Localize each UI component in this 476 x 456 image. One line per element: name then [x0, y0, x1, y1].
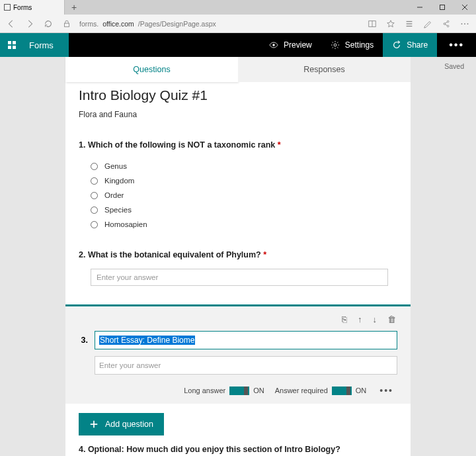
- webnote-icon[interactable]: [419, 16, 436, 32]
- eye-icon: [269, 40, 278, 50]
- long-answer-label: Long answer: [184, 387, 225, 394]
- option[interactable]: Homosapien: [79, 217, 397, 232]
- browser-more-icon[interactable]: ···: [456, 16, 473, 32]
- back-button[interactable]: [3, 16, 20, 32]
- question-1: 1. Which of the following is NOT a taxon…: [79, 140, 397, 232]
- svg-rect-15: [8, 41, 11, 44]
- close-window-button[interactable]: [454, 0, 476, 15]
- svg-rect-1: [440, 5, 445, 10]
- address-bar: forms.office.com/Pages/DesignPage.aspx ·…: [0, 15, 476, 33]
- svg-rect-17: [8, 46, 11, 49]
- selected-text: Short Essay: Define Biome: [99, 336, 195, 345]
- question-toolbar: ⎘ ↑ ↓ 🗑: [79, 312, 397, 331]
- lock-icon: [58, 16, 75, 32]
- plus-icon: [89, 420, 99, 429]
- long-answer-toggle-group: Long answer ON: [184, 387, 264, 395]
- question-1-text: 1. Which of the following is NOT a taxon…: [79, 140, 397, 150]
- required-mark: *: [263, 250, 266, 259]
- svg-point-19: [272, 44, 275, 46]
- form-tabs: Questions Responses: [65, 57, 411, 82]
- url-prefix: forms.: [79, 20, 99, 28]
- delete-question-button[interactable]: 🗑: [387, 314, 396, 324]
- preview-button[interactable]: Preview: [260, 33, 321, 57]
- long-answer-toggle[interactable]: [229, 387, 249, 395]
- option[interactable]: Order: [79, 188, 397, 203]
- svg-rect-4: [65, 23, 69, 26]
- preview-label: Preview: [284, 40, 312, 50]
- question-3-editing: ⎘ ↑ ↓ 🗑 3. Short Essay: Define Biome Ent…: [65, 304, 411, 404]
- form-card: Questions Responses Intro Biology Quiz #…: [65, 57, 411, 456]
- move-up-button[interactable]: ↑: [358, 314, 362, 324]
- browser-tab[interactable]: Forms: [0, 0, 65, 15]
- app-header: Forms Preview Settings Share •••: [0, 33, 476, 57]
- radio-icon: [91, 192, 98, 199]
- svg-rect-18: [13, 46, 16, 49]
- answer-placeholder-input[interactable]: Enter your answer: [95, 356, 397, 375]
- form-description[interactable]: Flora and Fauna: [79, 110, 397, 119]
- copy-question-button[interactable]: ⎘: [342, 314, 347, 324]
- toggle-state: ON: [356, 387, 367, 394]
- toggle-state: ON: [253, 387, 264, 394]
- move-down-button[interactable]: ↓: [373, 314, 377, 324]
- tab-questions[interactable]: Questions: [65, 57, 238, 82]
- required-toggle-group: Answer required ON: [275, 387, 367, 395]
- svg-rect-16: [13, 41, 16, 44]
- radio-icon: [91, 221, 98, 228]
- required-mark: *: [278, 140, 281, 150]
- svg-line-14: [445, 24, 448, 25]
- tab-responses[interactable]: Responses: [238, 57, 411, 82]
- required-label: Answer required: [275, 387, 328, 394]
- option[interactable]: Kingdom: [79, 173, 397, 188]
- settings-label: Settings: [345, 40, 374, 50]
- question-2-text: 2. What is the botanical equivalent of P…: [79, 250, 397, 259]
- tab-title: Forms: [13, 4, 32, 11]
- answer-input[interactable]: Enter your answer: [91, 269, 388, 286]
- question-4: 4. Optional: How much did you enjoy this…: [79, 445, 397, 456]
- header-more-button[interactable]: •••: [437, 33, 476, 57]
- app-name[interactable]: Forms: [24, 33, 69, 57]
- svg-point-20: [334, 44, 337, 46]
- favorite-icon[interactable]: [382, 16, 399, 32]
- question-2: 2. What is the botanical equivalent of P…: [79, 250, 397, 286]
- gear-icon: [331, 40, 340, 50]
- url-path: /Pages/DesignPage.aspx: [138, 20, 216, 28]
- hub-icon[interactable]: [401, 16, 418, 32]
- radio-icon: [91, 206, 98, 214]
- option[interactable]: Genus: [79, 159, 397, 173]
- forward-button[interactable]: [21, 16, 38, 32]
- browser-tab-strip: Forms +: [0, 0, 476, 15]
- add-question-label: Add question: [105, 420, 153, 429]
- svg-line-13: [445, 22, 448, 23]
- maximize-button[interactable]: [431, 0, 454, 15]
- option[interactable]: Species: [79, 203, 397, 217]
- question-4-text: 4. Optional: How much did you enjoy this…: [79, 445, 397, 454]
- share-label: Share: [407, 40, 428, 50]
- share-icon: [392, 40, 401, 50]
- radio-icon: [91, 177, 98, 185]
- share-browser-icon[interactable]: [438, 16, 455, 32]
- question-more-button[interactable]: •••: [377, 385, 396, 396]
- saved-indicator: Saved: [444, 62, 464, 70]
- question-title-input[interactable]: Short Essay: Define Biome: [95, 331, 397, 349]
- url-field[interactable]: forms.office.com/Pages/DesignPage.aspx: [77, 20, 362, 28]
- app-launcher-button[interactable]: [0, 33, 24, 57]
- new-tab-button[interactable]: +: [65, 0, 83, 15]
- refresh-button[interactable]: [40, 16, 57, 32]
- radio-icon: [91, 163, 98, 170]
- form-title[interactable]: Intro Biology Quiz #1: [79, 87, 397, 103]
- question-3-number: 3.: [79, 336, 88, 345]
- window-controls: [409, 0, 476, 15]
- add-question-button[interactable]: Add question: [79, 413, 164, 435]
- reading-view-icon[interactable]: [364, 16, 381, 32]
- page-body: Saved Questions Responses Intro Biology …: [0, 57, 476, 456]
- minimize-button[interactable]: [409, 0, 431, 15]
- url-host: office.com: [102, 20, 134, 28]
- tab-favicon: [4, 4, 11, 11]
- question-settings-row: Long answer ON Answer required ON •••: [79, 375, 397, 396]
- share-button[interactable]: Share: [383, 33, 437, 57]
- settings-button[interactable]: Settings: [321, 33, 383, 57]
- required-toggle[interactable]: [332, 387, 352, 395]
